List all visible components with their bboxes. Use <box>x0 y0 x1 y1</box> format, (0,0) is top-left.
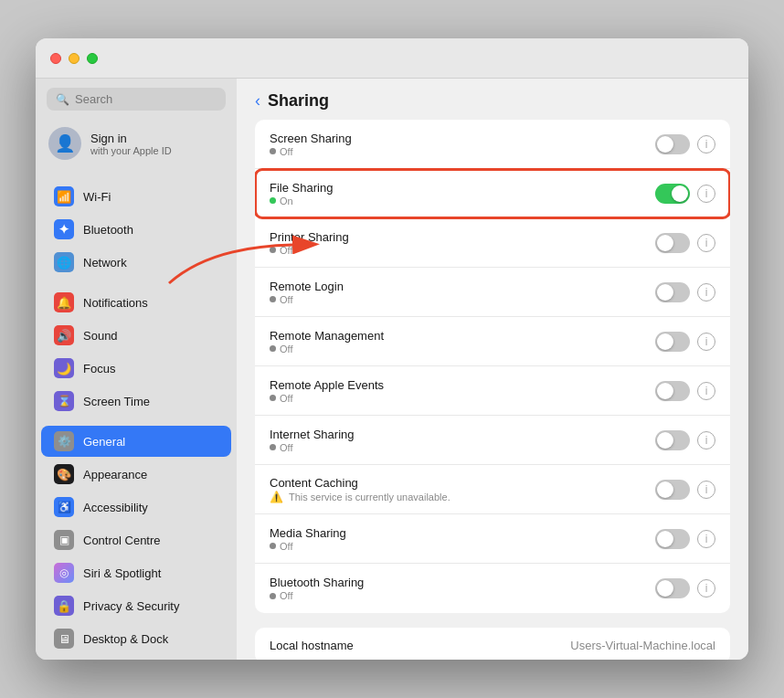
apple-id-name: Sign in <box>90 132 172 145</box>
content-caching-status: ⚠️ This service is currently unavailable… <box>270 491 655 503</box>
remote-login-controls: i <box>655 282 715 302</box>
main-content: ‹ Sharing Screen Sharing Off <box>237 79 748 660</box>
sidebar-item-controlcentre[interactable]: ▣ Control Centre <box>41 524 231 555</box>
file-sharing-toggle[interactable] <box>655 184 690 204</box>
search-input[interactable] <box>75 92 217 106</box>
media-sharing-info-btn[interactable]: i <box>697 530 715 548</box>
sidebar-item-desktop[interactable]: 🖥 Desktop & Dock <box>41 623 231 654</box>
remote-management-info-btn[interactable]: i <box>697 333 715 351</box>
content-caching-info-btn[interactable]: i <box>697 481 715 499</box>
appearance-icon: 🎨 <box>54 464 74 484</box>
screen-sharing-toggle[interactable] <box>655 134 690 154</box>
remote-apple-events-controls: i <box>655 381 715 401</box>
screen-sharing-status: Off <box>270 146 655 157</box>
media-sharing-status-dot <box>270 543 276 549</box>
remote-apple-events-status-dot <box>270 395 276 401</box>
sidebar-item-focus[interactable]: 🌙 Focus <box>41 353 231 384</box>
media-sharing-toggle[interactable] <box>655 529 690 549</box>
sidebar-item-appearance[interactable]: 🎨 Appearance <box>41 459 231 490</box>
bluetooth-sharing-info-btn[interactable]: i <box>697 579 715 598</box>
remote-management-status: Off <box>270 344 655 354</box>
remote-apple-events-row: Remote Apple Events Off i <box>255 366 730 416</box>
printer-sharing-status-dot <box>270 247 276 253</box>
remote-management-status-dot <box>270 345 276 352</box>
traffic-lights <box>50 53 98 64</box>
maximize-button[interactable] <box>87 53 98 64</box>
sidebar-label-accessibility: Accessibility <box>83 501 148 514</box>
sound-icon: 🔊 <box>54 325 74 345</box>
siri-icon: ◎ <box>54 563 74 583</box>
bluetooth-sharing-label: Bluetooth Sharing <box>270 576 655 589</box>
remote-login-status: Off <box>270 294 655 305</box>
bluetooth-sharing-status-dot <box>270 593 276 599</box>
sidebar-label-desktop: Desktop & Dock <box>83 632 168 646</box>
file-sharing-info-btn[interactable]: i <box>697 185 715 203</box>
internet-sharing-toggle[interactable] <box>655 430 690 450</box>
avatar: 👤 <box>48 127 81 160</box>
window-content: 🔍 👤 Sign in with your Apple ID 📶 W <box>36 79 748 660</box>
main-scroll-area[interactable]: Screen Sharing Off i <box>237 120 748 660</box>
sidebar-label-bluetooth: Bluetooth <box>83 223 133 237</box>
bluetooth-sharing-info: Bluetooth Sharing Off <box>270 576 655 601</box>
sidebar-item-bluetooth[interactable]: ✦ Bluetooth <box>41 214 231 245</box>
sidebar-item-wifi[interactable]: 📶 Wi-Fi <box>41 181 231 212</box>
remote-login-info: Remote Login Off <box>270 280 655 305</box>
file-sharing-label: File Sharing <box>270 181 655 195</box>
remote-apple-events-toggle[interactable] <box>655 381 690 401</box>
bluetooth-sharing-toggle[interactable] <box>655 578 690 598</box>
apple-id-section[interactable]: 👤 Sign in with your Apple ID <box>36 120 237 167</box>
content-caching-toggle[interactable] <box>655 480 690 500</box>
sidebar-item-accessibility[interactable]: ♿ Accessibility <box>41 492 231 523</box>
sidebar-item-sound[interactable]: 🔊 Sound <box>41 320 231 351</box>
wifi-icon: 📶 <box>54 186 74 206</box>
file-sharing-controls: i <box>655 184 715 204</box>
sidebar-item-network[interactable]: 🌐 Network <box>41 247 231 278</box>
remote-login-info-btn[interactable]: i <box>697 283 715 301</box>
sidebar-item-general[interactable]: ⚙️ General <box>41 426 231 457</box>
back-button[interactable]: ‹ <box>255 91 260 111</box>
sidebar-item-displays[interactable]: 🖥 Displays <box>41 656 231 660</box>
remote-apple-events-info: Remote Apple Events Off <box>270 378 655 404</box>
titlebar <box>36 38 748 79</box>
sidebar-item-screentime[interactable]: ⌛ Screen Time <box>41 386 231 417</box>
search-box[interactable]: 🔍 <box>47 88 226 111</box>
controlcentre-icon: ▣ <box>54 530 74 550</box>
sidebar-item-privacy[interactable]: 🔒 Privacy & Security <box>41 590 231 621</box>
printer-sharing-toggle[interactable] <box>655 233 690 253</box>
sidebar: 🔍 👤 Sign in with your Apple ID 📶 W <box>36 79 237 660</box>
minimize-button[interactable] <box>69 53 79 64</box>
sidebar-label-wifi: Wi-Fi <box>83 190 111 204</box>
printer-sharing-info-btn[interactable]: i <box>697 234 715 252</box>
sidebar-label-network: Network <box>83 256 127 270</box>
focus-icon: 🌙 <box>54 358 74 378</box>
internet-sharing-info-btn[interactable]: i <box>697 431 715 449</box>
local-hostname-row: Local hostname Users-Virtual-Machine.loc… <box>255 628 730 660</box>
sidebar-label-siri: Siri & Spotlight <box>83 566 161 580</box>
bluetooth-icon: ✦ <box>54 219 74 239</box>
content-caching-label: Content Caching <box>270 476 655 490</box>
privacy-icon: 🔒 <box>54 596 74 616</box>
file-sharing-status-dot <box>270 197 276 204</box>
content-caching-row: Content Caching ⚠️ This service is curre… <box>255 465 730 514</box>
remote-management-toggle[interactable] <box>655 332 690 352</box>
sidebar-item-notifications[interactable]: 🔔 Notifications <box>41 287 231 318</box>
remote-login-status-dot <box>270 296 276 302</box>
remote-apple-events-info-btn[interactable]: i <box>697 382 715 400</box>
sharing-settings-group: Screen Sharing Off i <box>255 120 730 613</box>
close-button[interactable] <box>50 53 61 64</box>
sidebar-label-general: General <box>83 435 125 449</box>
remote-management-label: Remote Management <box>270 329 655 343</box>
remote-login-toggle[interactable] <box>655 282 690 302</box>
local-hostname-label: Local hostname <box>270 639 570 652</box>
media-sharing-label: Media Sharing <box>270 526 655 540</box>
remote-management-info: Remote Management Off <box>270 329 655 354</box>
remote-apple-events-status: Off <box>270 393 655 404</box>
remote-management-controls: i <box>655 332 715 352</box>
warning-icon: ⚠️ <box>270 491 283 503</box>
content-caching-warning: This service is currently unavailable. <box>289 492 450 502</box>
sidebar-label-sound: Sound <box>83 329 118 343</box>
screen-sharing-info-btn[interactable]: i <box>697 135 715 153</box>
sidebar-item-siri[interactable]: ◎ Siri & Spotlight <box>41 557 231 588</box>
remote-login-label: Remote Login <box>270 280 655 293</box>
internet-sharing-row: Internet Sharing Off i <box>255 416 730 465</box>
